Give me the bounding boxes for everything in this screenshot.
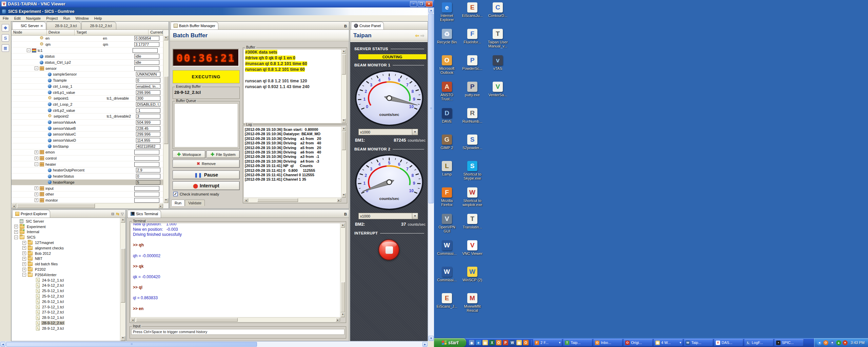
- tree-row[interactable]: other: [12, 191, 163, 198]
- target-cell[interactable]: 0.005854: [134, 36, 160, 41]
- gumtree-titlebar[interactable]: SICS Experiment - SICS - Gumtree: [0, 7, 428, 15]
- log-text[interactable]: [2012-09-28 15:10:36] Scan start: 0.8000…: [244, 127, 341, 198]
- tree-row[interactable]: sampleSensor UNKNOWN UNKNOWN: [12, 72, 163, 78]
- target-cell[interactable]: enabled, In...: [136, 84, 160, 89]
- target-cell[interactable]: UNKNOWN: [136, 72, 160, 77]
- log-hscrollbar[interactable]: ◄ ►: [244, 198, 341, 202]
- tree-row[interactable]: input: [12, 185, 163, 191]
- tab-cruise-panel[interactable]: Cruise Panel: [351, 22, 384, 29]
- tree-row[interactable]: timStamp 402118582 402118582: [12, 143, 163, 149]
- tray-icon[interactable]: ●: [843, 340, 848, 345]
- desktop-icon[interactable]: W Commissi...: [435, 266, 459, 292]
- minimize-button[interactable]: –: [410, 1, 417, 7]
- tree-row[interactable]: status_Ctrl_Lp2 idle idle: [12, 60, 163, 66]
- expander-icon[interactable]: [35, 66, 38, 70]
- target-cell[interactable]: 300: [136, 96, 160, 101]
- tree-row[interactable]: ctrlLp1_value 299.996 299.996: [12, 89, 163, 96]
- expander-icon[interactable]: [35, 157, 38, 160]
- forward-arrow-icon[interactable]: ⇨: [420, 33, 425, 38]
- bm2-scale-select[interactable]: x1000 ▼: [358, 213, 418, 219]
- view-menu-icon[interactable]: ▽: [121, 212, 124, 216]
- expander-icon[interactable]: [22, 257, 26, 261]
- buffer-text[interactable]: #300K data sets#drive qh 0 qk 0 ql 1 en …: [244, 49, 346, 123]
- pause-button[interactable]: ❚❚ Pause: [173, 170, 240, 179]
- taskbar-task-button[interactable]: O Origi...: [624, 339, 653, 346]
- tab-project-explorer[interactable]: Project Explorer: [12, 210, 50, 218]
- expander-icon[interactable]: [27, 48, 31, 52]
- desktop-icon[interactable]: W WinSCP (2): [460, 266, 484, 292]
- target-cell[interactable]: 299.996: [136, 89, 160, 95]
- tree-row[interactable]: tc1: [12, 47, 163, 54]
- project-tree-item[interactable]: 26-9-12_1.tcl: [12, 299, 120, 304]
- terminal-vscrollbar[interactable]: ▲ ▼: [340, 223, 345, 317]
- expander-icon[interactable]: [35, 162, 38, 166]
- project-tree-item[interactable]: 27-9-12_1.tcl: [12, 304, 120, 310]
- menu-item[interactable]: Project: [43, 16, 60, 20]
- project-tree-item[interactable]: 28-9-12_2.tcl: [12, 320, 120, 326]
- start-button[interactable]: start: [434, 338, 466, 347]
- target-cell[interactable]: idle: [134, 60, 160, 65]
- tree-row[interactable]: qm qm 3.17377 3.17377: [12, 42, 163, 48]
- tree-row[interactable]: Tsample 0 0: [12, 78, 163, 84]
- project-tree-item[interactable]: 27-9-12_2.tcl: [12, 310, 120, 315]
- taskbar-task-button[interactable]: ▪ SPIC...: [774, 339, 804, 346]
- desktop-icon[interactable]: R RunNumb...: [460, 107, 484, 134]
- vnc-hscrollbar[interactable]: ◄ ►: [0, 341, 428, 347]
- project-tree-item[interactable]: NBT: [12, 256, 120, 262]
- expander-icon[interactable]: [14, 236, 18, 239]
- column-header[interactable]: Current: [149, 30, 163, 35]
- buffer-queue-list[interactable]: [174, 103, 238, 147]
- target-cell[interactable]: [134, 185, 160, 191]
- project-tree-item[interactable]: P2202: [12, 267, 120, 272]
- tree-column-headers[interactable]: NodeDeviceTargetCurrent: [12, 30, 163, 36]
- bottom-tab[interactable]: Validate: [185, 200, 205, 206]
- desktop-icon[interactable]: e Internet Explorer: [435, 1, 459, 28]
- desktop-icon[interactable]: D DAVE: [435, 107, 459, 134]
- menu-item[interactable]: File: [0, 16, 12, 20]
- expander-icon[interactable]: [22, 251, 26, 255]
- desktop-icon[interactable]: P putty.exe: [460, 81, 484, 107]
- target-cell[interactable]: 0: [136, 78, 160, 83]
- project-tree-item[interactable]: 24-9-12_1.tcl: [12, 278, 120, 283]
- target-cell[interactable]: [134, 161, 160, 167]
- target-cell[interactable]: 299.996: [136, 131, 160, 137]
- perspective-icon[interactable]: S: [2, 34, 9, 42]
- desktop-icon[interactable]: F Mozilla Firefox: [435, 186, 459, 213]
- target-cell[interactable]: 5: [136, 180, 160, 185]
- desktop-icon[interactable]: P PowderSc...: [460, 54, 484, 81]
- desktop-icon[interactable]: C ContourD...: [486, 1, 510, 28]
- tree-row[interactable]: sensorValueD 114.955 114.955: [12, 138, 163, 144]
- expander-icon[interactable]: [35, 192, 38, 196]
- tree-row[interactable]: heaterStatus 0 0: [12, 174, 163, 180]
- back-arrow-icon[interactable]: ⇦: [415, 33, 419, 38]
- target-cell[interactable]: [134, 191, 160, 197]
- desktop-icon[interactable]: V OpenVPN GUI: [435, 213, 459, 239]
- taskbar-task-button[interactable]: W Taip...: [684, 339, 713, 346]
- vnc-titlebar[interactable]: V DAS1-TAIPAN - VNC Viewer – ❐ ✕: [0, 0, 434, 7]
- remove-button[interactable]: ✖ Remove: [173, 160, 240, 168]
- tree-row[interactable]: ctrl_Loop_2 DISABLED, I... DISABLED, I.: [12, 102, 163, 108]
- tree-hscrollbar[interactable]: ◄ ►: [12, 203, 163, 208]
- project-tree-item[interactable]: 12Tmagnet: [12, 240, 120, 245]
- quicklaunch-icon[interactable]: P: [503, 340, 508, 345]
- quicklaunch-icon[interactable]: O: [523, 340, 529, 345]
- check-instrument-ready[interactable]: ✓ Check instrument ready: [173, 192, 219, 196]
- bottom-tab[interactable]: Run: [171, 200, 185, 206]
- view-tab[interactable]: 28-9-12_2.tcl: [81, 22, 116, 29]
- quicklaunch-icon[interactable]: e: [476, 340, 481, 345]
- taskbar-task-button[interactable]: L LogF...: [744, 339, 773, 346]
- expander-icon[interactable]: [22, 241, 26, 245]
- project-tree-item[interactable]: alignment checks: [12, 245, 120, 251]
- log-vscrollbar[interactable]: ▲ ▼: [341, 127, 346, 198]
- view-tab[interactable]: 28-9-12_3.tcl: [46, 22, 81, 29]
- tree-row[interactable]: sensorValueC 299.996 299.996: [12, 131, 163, 138]
- tree-row[interactable]: emon: [12, 149, 163, 156]
- add-filesystem-button[interactable]: ✚ File System: [206, 150, 240, 158]
- expander-icon[interactable]: [35, 150, 38, 154]
- taskbar-task-button[interactable]: O Inbo...: [593, 339, 623, 346]
- tree-row[interactable]: setpoint2 tc1_driveable2 3 3: [12, 114, 163, 120]
- target-cell[interactable]: 3.17377: [134, 42, 160, 47]
- perspective-icon[interactable]: ❖: [2, 24, 9, 32]
- interrupt-button[interactable]: ⬤ Interrupt: [173, 181, 240, 190]
- project-tree-item[interactable]: Internal: [12, 229, 120, 235]
